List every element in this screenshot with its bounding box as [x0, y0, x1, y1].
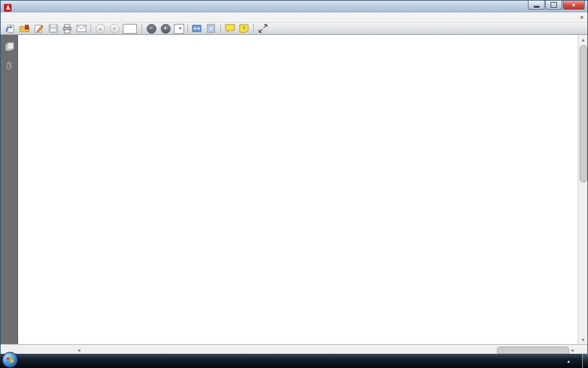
expand-view-button[interactable]: [256, 23, 270, 34]
page-number-input[interactable]: [123, 24, 137, 34]
fit-page-button[interactable]: [204, 23, 218, 34]
minimize-button[interactable]: [528, 1, 545, 10]
nav-pane: [1, 35, 18, 344]
system-tray: ▴: [560, 354, 588, 368]
open-file-button[interactable]: [3, 23, 17, 34]
start-button[interactable]: [0, 352, 19, 368]
floor-plan: [18, 39, 579, 343]
email-button[interactable]: [74, 23, 89, 34]
sign-pen-button[interactable]: [32, 23, 46, 34]
windows-orb-icon: [2, 352, 18, 368]
print-button[interactable]: [60, 23, 74, 34]
zoom-in-button[interactable]: +: [158, 23, 173, 34]
sticky-note-button[interactable]: T: [237, 23, 251, 34]
menubar: ×: [1, 12, 587, 23]
scroll-right-icon[interactable]: ►: [569, 348, 577, 352]
close-button[interactable]: ×: [563, 1, 585, 10]
zoom-out-button[interactable]: −: [144, 23, 158, 34]
previous-page-button[interactable]: ▲: [93, 23, 107, 34]
attachments-icon[interactable]: [1, 58, 18, 74]
scroll-up-icon[interactable]: ▲: [578, 35, 588, 44]
comment-bubble-button[interactable]: [223, 23, 237, 34]
show-desktop-button[interactable]: [582, 354, 588, 368]
floor-plan-drawing: [18, 39, 579, 343]
document-page[interactable]: [18, 35, 579, 344]
titlebar[interactable]: ×: [1, 1, 587, 12]
pdf-create-button[interactable]: [17, 23, 32, 34]
page-thumbnails-icon[interactable]: [1, 39, 18, 54]
toolbar: ▲ ▼ − + ▼ T: [1, 23, 587, 35]
scroll-left-icon[interactable]: ◄: [75, 348, 83, 352]
chevron-down-icon: ▼: [178, 27, 182, 30]
svg-text:T: T: [242, 25, 246, 31]
next-page-button[interactable]: ▼: [107, 23, 121, 34]
fit-width-button[interactable]: [190, 23, 204, 34]
save-button[interactable]: [46, 23, 60, 34]
taskbar: ▴: [0, 354, 588, 368]
statusbar: ◄ ►: [1, 344, 587, 354]
adobe-reader-icon: [4, 3, 12, 10]
menubar-close-icon[interactable]: ×: [580, 14, 583, 21]
zoom-level-select[interactable]: ▼: [174, 24, 184, 34]
scroll-down-icon[interactable]: ▼: [578, 335, 588, 344]
vertical-scrollbar[interactable]: ▲ ▼: [578, 35, 587, 344]
vertical-scroll-thumb[interactable]: [580, 45, 587, 182]
adobe-reader-window: × × ▲ ▼ − + ▼ T: [0, 0, 588, 354]
horizontal-scrollbar[interactable]: ◄ ►: [75, 346, 577, 354]
tray-expand-icon[interactable]: ▴: [565, 358, 572, 364]
restore-button[interactable]: [545, 1, 562, 10]
